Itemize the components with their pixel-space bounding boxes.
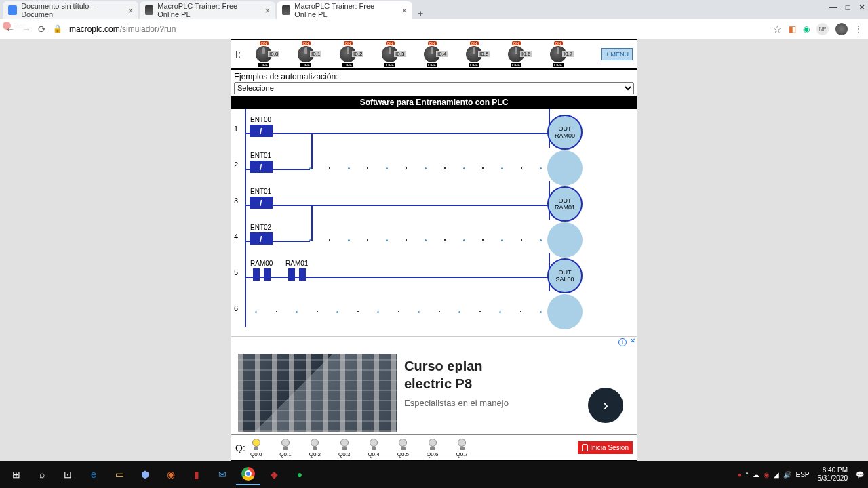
tab-close-icon[interactable]: × bbox=[264, 5, 270, 16]
mail-icon[interactable]: ✉ bbox=[210, 464, 235, 485]
search-icon[interactable]: ⌕ bbox=[30, 464, 54, 485]
output-bulb[interactable]: Q0.7 bbox=[456, 439, 467, 458]
tray-icon[interactable]: ☁ bbox=[753, 471, 760, 479]
examples-section: Ejemplos de automatización: Seleccione bbox=[231, 70, 637, 96]
ad-close-icon[interactable]: ✕ bbox=[630, 337, 635, 344]
language-indicator[interactable]: ESP bbox=[795, 471, 809, 479]
input-switch[interactable]: ONOFFI0.5 bbox=[460, 41, 488, 67]
ad-headline: Curso eplanelectric P8 bbox=[404, 357, 630, 392]
lock-icon[interactable]: 🔒 bbox=[53, 24, 62, 33]
output-bulb[interactable]: Q0.5 bbox=[397, 439, 409, 458]
output-bulb[interactable]: Q0.4 bbox=[368, 439, 379, 458]
input-label: I: bbox=[235, 49, 248, 60]
plc-simulator: I: ONOFFI0.0ONOFFI0.1ONOFFI0.2ONOFFI0.3O… bbox=[231, 39, 637, 461]
tray-icon[interactable]: ● bbox=[737, 471, 741, 479]
contact-no[interactable]: RAM01 bbox=[285, 260, 308, 281]
output-bulb[interactable]: Q0.3 bbox=[338, 439, 350, 458]
bookmark-icon[interactable]: ☆ bbox=[773, 24, 782, 35]
tab-title: MacroPLC Trainer: Free Online PL bbox=[294, 2, 395, 18]
ad-info-icon[interactable]: i bbox=[618, 338, 627, 346]
tab-close-icon[interactable]: × bbox=[401, 5, 407, 16]
browser-tab[interactable]: Documento sin título - Documen × bbox=[3, 1, 138, 19]
tab-close-icon[interactable]: × bbox=[127, 5, 133, 16]
contact-nc[interactable]: ENT01 / bbox=[250, 152, 271, 173]
ladder-rung[interactable]: 3 ENT01 / OUTRAM01 bbox=[231, 182, 637, 218]
contact-nc[interactable]: ENT00 / bbox=[250, 116, 271, 137]
edge-icon[interactable]: e bbox=[81, 464, 106, 485]
output-coil-empty[interactable] bbox=[547, 294, 583, 329]
ad-arrow-button[interactable]: › bbox=[588, 388, 623, 423]
output-coil-empty[interactable] bbox=[547, 150, 583, 186]
app-title: Software para Entrenamiento con PLC bbox=[231, 96, 637, 109]
examples-select[interactable]: Seleccione bbox=[234, 82, 634, 94]
slot-markers bbox=[255, 311, 542, 313]
app-icon[interactable]: ◉ bbox=[159, 464, 183, 485]
input-switch[interactable]: ONOFFI0.3 bbox=[376, 41, 403, 67]
extension-icon[interactable]: ◉ bbox=[803, 24, 810, 34]
ladder-rung[interactable]: 2 ENT01 / bbox=[231, 146, 637, 182]
slot-markers bbox=[309, 239, 542, 241]
tab-favicon bbox=[8, 5, 17, 15]
input-switch[interactable]: ONOFFI0.7 bbox=[545, 41, 572, 67]
nav-reload-icon[interactable]: ⟳ bbox=[38, 24, 46, 35]
input-switch[interactable]: ONOFFI0.6 bbox=[502, 41, 530, 67]
store-icon[interactable]: ⬢ bbox=[133, 464, 157, 485]
notifications-icon[interactable]: 💬 bbox=[856, 471, 864, 479]
ladder-rung[interactable]: 5 RAM00 RAM01 OUTSAL00 bbox=[231, 254, 637, 290]
tab-favicon bbox=[145, 5, 153, 15]
browser-tab[interactable]: MacroPLC Trainer: Free Online PL × bbox=[140, 1, 275, 19]
output-coil[interactable]: OUTRAM01 bbox=[547, 186, 583, 222]
avatar-icon[interactable] bbox=[835, 23, 848, 35]
window-close[interactable]: ✕ bbox=[859, 3, 865, 12]
contact-nc[interactable]: ENT02 / bbox=[250, 224, 271, 245]
taskbar: ⊞ ⌕ ⊡ e ▭ ⬢ ◉ ▮ ✉ ◆ ● ● ˄ ☁ ◉ ◢ 🔊 ESP 8:… bbox=[0, 461, 868, 488]
input-row: I: ONOFFI0.0ONOFFI0.1ONOFFI0.2ONOFFI0.3O… bbox=[231, 40, 637, 70]
window-minimize[interactable]: — bbox=[829, 3, 837, 12]
volume-icon[interactable]: 🔊 bbox=[783, 471, 791, 479]
app-icon[interactable]: ◆ bbox=[262, 464, 286, 485]
tab-favicon bbox=[282, 5, 290, 15]
window-maximize[interactable]: □ bbox=[846, 3, 850, 12]
input-switch[interactable]: ONOFFI0.1 bbox=[292, 41, 319, 67]
output-bulb[interactable]: Q0.0 bbox=[250, 439, 262, 458]
url-field[interactable]: macroplc.com/simulador/?run bbox=[69, 24, 766, 34]
tray-chevron-icon[interactable]: ˄ bbox=[745, 471, 749, 479]
output-coil[interactable]: OUTSAL00 bbox=[547, 258, 583, 293]
input-switch[interactable]: ONOFFI0.2 bbox=[334, 41, 361, 67]
login-button[interactable]: Inicia Sesión bbox=[578, 441, 633, 454]
spotify-icon[interactable]: ● bbox=[288, 464, 312, 485]
recording-indicator: Rec bbox=[3, 20, 26, 30]
menu-button[interactable]: + MENU bbox=[601, 48, 633, 60]
new-tab-button[interactable]: + bbox=[414, 8, 427, 19]
ladder-rung[interactable]: 4 ENT02 / bbox=[231, 218, 637, 254]
output-row: Q: Q0.0Q0.1Q0.2Q0.3Q0.4Q0.5Q0.6Q0.7 Inic… bbox=[231, 434, 637, 460]
address-bar: ← → ⟳ 🔒 macroplc.com/simulador/?run ☆ ◧ … bbox=[0, 19, 868, 39]
menu-icon[interactable]: ⋮ bbox=[854, 24, 863, 34]
extension-icon[interactable]: ◧ bbox=[789, 24, 796, 34]
ad-banner[interactable]: i ✕ Curso eplanelectric P8 Especialistas… bbox=[231, 336, 637, 434]
ladder-rung[interactable]: 6 bbox=[231, 290, 637, 326]
output-bulb[interactable]: Q0.2 bbox=[309, 439, 321, 458]
browser-tab-active[interactable]: MacroPLC Trainer: Free Online PL × bbox=[277, 1, 412, 19]
ladder-diagram[interactable]: 1 ENT00 / OUTRAM00 2 ENT01 / bbox=[231, 109, 637, 335]
output-bulb[interactable]: Q0.6 bbox=[427, 439, 438, 458]
ladder-rung[interactable]: 1 ENT00 / OUTRAM00 bbox=[231, 110, 637, 146]
browser-tab-bar: Documento sin título - Documen × MacroPL… bbox=[0, 0, 868, 19]
system-tray[interactable]: ● ˄ ☁ ◉ ◢ 🔊 ESP 8:40 PM5/31/2020 💬 bbox=[737, 466, 864, 483]
input-switch[interactable]: ONOFFI0.0 bbox=[250, 41, 277, 67]
chrome-icon[interactable] bbox=[236, 464, 260, 485]
contact-nc[interactable]: ENT01 / bbox=[250, 188, 271, 209]
start-button[interactable]: ⊞ bbox=[4, 464, 28, 485]
task-view-icon[interactable]: ⊡ bbox=[56, 464, 80, 485]
clock[interactable]: 8:40 PM5/31/2020 bbox=[818, 466, 848, 483]
output-coil-empty[interactable] bbox=[547, 222, 583, 258]
contact-no[interactable]: RAM00 bbox=[250, 260, 273, 281]
output-bulb[interactable]: Q0.1 bbox=[279, 439, 291, 458]
explorer-icon[interactable]: ▭ bbox=[107, 464, 132, 485]
output-coil[interactable]: OUTRAM00 bbox=[547, 115, 583, 150]
tray-icon[interactable]: ◉ bbox=[764, 471, 770, 479]
app-icon[interactable]: ▮ bbox=[184, 464, 209, 485]
wifi-icon[interactable]: ◢ bbox=[774, 471, 779, 479]
input-switch[interactable]: ONOFFI0.4 bbox=[418, 41, 446, 67]
profile-badge[interactable]: NP bbox=[816, 23, 829, 35]
